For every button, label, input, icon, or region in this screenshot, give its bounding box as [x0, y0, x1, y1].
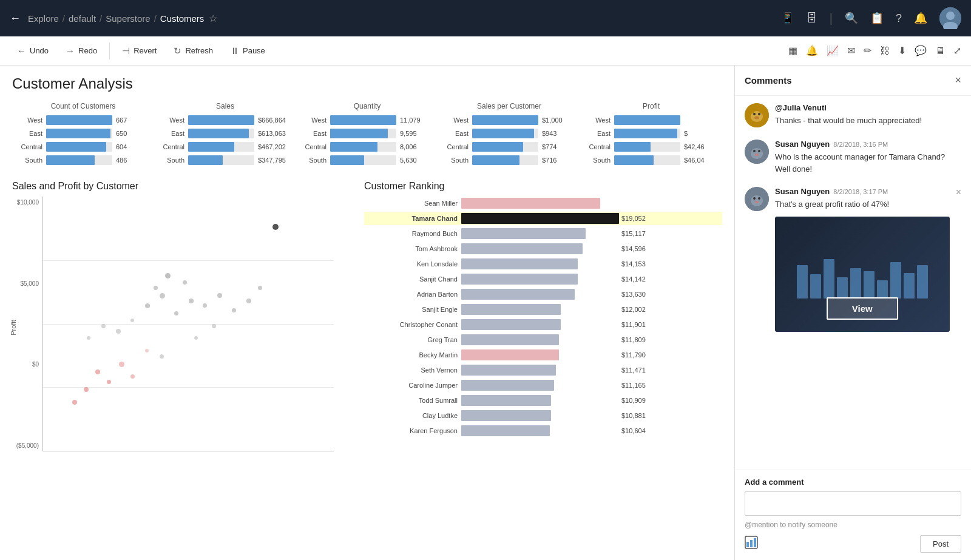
database-icon[interactable]: 🗄 — [807, 12, 817, 25]
bar-track-2-1 — [330, 129, 396, 138]
view-mode-icon[interactable]: ▦ — [788, 45, 797, 56]
toolbar-separator-1 — [109, 42, 110, 59]
comment-icon[interactable]: 💬 — [915, 45, 927, 56]
breadcrumb-explore[interactable]: Explore — [28, 13, 59, 24]
ranking-row[interactable]: Tamara Chand$19,052 — [364, 212, 722, 225]
ranking-row[interactable]: Clay Ludtke$10,881 — [364, 409, 722, 422]
ranking-row[interactable]: Seth Vernon$11,471 — [364, 363, 722, 377]
bar-label-3-1: East — [443, 130, 469, 137]
bar-track-1-0 — [188, 115, 254, 125]
nav-icons: 📱 🗄 | 🔍 📋 ? 🔔 — [781, 7, 961, 29]
comment-input[interactable] — [745, 491, 961, 516]
ranking-row[interactable]: Adrian Barton$13,630 — [364, 288, 722, 301]
bar-fill-0-1 — [46, 129, 110, 138]
bar-label-2-2: Central — [301, 143, 326, 150]
y-tick-neg5k: ($5,000) — [15, 442, 39, 449]
ranking-value: $11,790 — [619, 351, 655, 359]
svg-point-5 — [753, 113, 756, 115]
insert-visualization-button[interactable] — [745, 536, 758, 552]
ranking-row[interactable]: Sean Miller — [364, 197, 722, 210]
summary-col-3: Sales per CustomerWest$1,000East$943Cent… — [438, 102, 580, 169]
summary-col-header-2: Quantity — [301, 102, 433, 110]
ranking-row[interactable]: Sanjit Chand$14,142 — [364, 272, 722, 286]
bar-row-1-1: East$613,063 — [159, 129, 291, 138]
ranking-row[interactable]: Karen Ferguson$10,604 — [364, 424, 722, 437]
device-icon[interactable]: 🖥 — [935, 46, 945, 56]
back-button[interactable]: ← — [10, 12, 21, 25]
breadcrumb-sep2: / — [100, 13, 102, 24]
ranking-row[interactable]: Greg Tran$11,809 — [364, 333, 722, 346]
bar-value-0-2: 604 — [116, 143, 149, 150]
fullscreen-icon[interactable]: ⤢ — [953, 45, 961, 56]
pause-label: Pause — [243, 46, 265, 55]
ranking-row[interactable]: Christopher Conant$11,901 — [364, 318, 722, 331]
metrics-icon[interactable]: 📋 — [870, 12, 884, 25]
redo-button[interactable]: → Redo — [58, 42, 104, 59]
bar-fill-1-3 — [188, 155, 223, 165]
bar-value-2-1: 9,595 — [400, 130, 433, 137]
ranking-bar-fill — [461, 258, 578, 269]
ranking-row[interactable]: Caroline Jumper$11,165 — [364, 379, 722, 392]
bar-track-1-3 — [188, 155, 254, 165]
ranking-row[interactable]: Todd Sumrall$10,909 — [364, 394, 722, 407]
post-button[interactable]: Post — [920, 535, 961, 553]
pause-button[interactable]: ⏸ Pause — [223, 42, 272, 59]
ranking-bar-track — [461, 365, 619, 376]
avatar[interactable] — [939, 7, 961, 29]
ranking-row[interactable]: Raymond Buch$15,117 — [364, 227, 722, 240]
ranking-title: Customer Ranking — [364, 181, 722, 192]
scatter-dot — [165, 273, 171, 278]
ranking-bar-fill — [461, 395, 551, 406]
scatter-dot-negative — [130, 374, 135, 379]
alert-icon[interactable]: 🔔 — [806, 45, 818, 56]
ranking-value: $11,471 — [619, 366, 655, 374]
bar-value-2-0: 11,079 — [400, 116, 433, 124]
ranking-customer-name: Christopher Conant — [364, 321, 461, 328]
bar-label-4-2: Central — [585, 143, 611, 150]
ranking-value: $13,630 — [619, 291, 655, 298]
bar-value-0-1: 650 — [116, 130, 149, 137]
ranking-row[interactable]: Ken Lonsdale$14,153 — [364, 257, 722, 271]
comment-chart-bar — [890, 262, 901, 299]
help-icon[interactable]: ? — [896, 12, 902, 25]
add-comment-label: Add a comment — [745, 477, 961, 487]
notification-icon[interactable]: 🔔 — [914, 12, 927, 25]
ranking-row[interactable]: Sanjit Engle$12,002 — [364, 303, 722, 316]
comment-delete-button[interactable]: × — [956, 187, 961, 198]
scatter-chart — [42, 197, 334, 451]
bar-row-2-3: South5,630 — [301, 155, 433, 165]
summary-col-header-4: Profit — [585, 102, 717, 110]
bar-row-0-3: South486 — [17, 155, 149, 165]
favorite-button[interactable]: ☆ — [209, 13, 217, 24]
chart-icon[interactable]: 📈 — [827, 45, 839, 56]
mobile-icon[interactable]: 📱 — [781, 12, 794, 25]
bar-track-4-2 — [614, 142, 680, 152]
add-comment-hint: @mention to notify someone — [745, 521, 961, 529]
bar-fill-3-2 — [472, 142, 523, 152]
share-icon[interactable]: ✉ — [847, 45, 855, 56]
comment-chart-bar — [850, 268, 861, 299]
comments-close-button[interactable]: × — [955, 74, 961, 87]
add-comment-section: Add a comment @mention to notify someone… — [735, 470, 971, 560]
breadcrumb: Explore / default / Superstore / Custome… — [28, 13, 204, 24]
summary-col-header-1: Sales — [159, 102, 291, 110]
scatter-dot — [160, 354, 164, 359]
revert-button[interactable]: ⊣ Revert — [115, 42, 164, 60]
bar-row-1-3: South$347,795 — [159, 155, 291, 165]
undo-button[interactable]: ← Undo — [10, 42, 56, 59]
comment-avatar — [745, 140, 769, 164]
search-icon[interactable]: 🔍 — [845, 12, 858, 25]
ranking-row[interactable]: Tom Ashbrook$14,596 — [364, 242, 722, 255]
view-dashboard-button[interactable]: View — [827, 297, 898, 320]
download-icon[interactable]: ⬇ — [898, 45, 906, 56]
bar-track-3-2 — [472, 142, 538, 152]
ranking-row[interactable]: Becky Martin$11,790 — [364, 348, 722, 362]
refresh-button[interactable]: ↻ Refresh — [166, 42, 220, 60]
connect-icon[interactable]: ⛓ — [880, 46, 890, 56]
breadcrumb-superstore[interactable]: Superstore — [106, 13, 150, 24]
bar-row-4-1: East$ — [585, 129, 717, 138]
edit-icon[interactable]: ✏ — [864, 45, 871, 56]
scatter-dot — [189, 299, 194, 303]
ranking-value: $19,052 — [619, 215, 655, 222]
breadcrumb-default[interactable]: default — [69, 13, 96, 24]
